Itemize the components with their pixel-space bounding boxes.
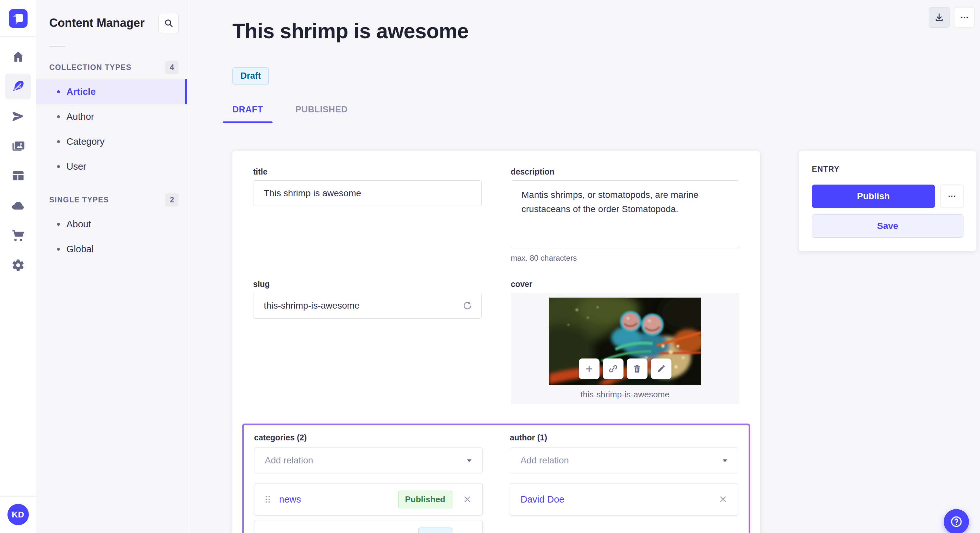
refresh-icon	[462, 300, 473, 312]
images-icon	[11, 139, 25, 153]
strapi-logo[interactable]	[9, 9, 27, 28]
relation-status-badge: Draft	[418, 528, 452, 533]
ellipsis-icon	[947, 191, 957, 201]
author-add-relation-select[interactable]: Add relation	[510, 447, 738, 473]
home-nav-button[interactable]	[5, 44, 31, 70]
description-field-label: description	[511, 167, 739, 176]
bullet-icon	[57, 223, 60, 226]
description-textarea[interactable]: Mantis shrimps, or stomatopods, are mari…	[511, 180, 739, 248]
relation-link-author[interactable]: David Doe	[520, 494, 564, 505]
title-field-group: title	[253, 167, 482, 263]
sidebar-item-label: Category	[67, 136, 105, 147]
user-avatar[interactable]: KD	[8, 504, 29, 525]
author-field-label: author (1)	[510, 433, 738, 443]
cloud-icon	[11, 199, 25, 213]
strapi-logo-icon	[9, 9, 27, 28]
content-type-builder-nav-button[interactable]	[5, 163, 31, 189]
remove-relation-button[interactable]	[716, 493, 730, 506]
entry-panel: ENTRY Publish Save	[799, 151, 977, 251]
content-manager-nav-button[interactable]	[5, 73, 31, 99]
trash-icon	[632, 364, 642, 374]
save-button[interactable]: Save	[812, 214, 964, 238]
copy-link-button[interactable]	[603, 359, 624, 379]
header-actions	[929, 7, 975, 28]
edit-asset-button[interactable]	[651, 359, 671, 379]
relation-status-badge: Published	[398, 490, 452, 508]
entry-more-options-button[interactable]	[940, 185, 964, 208]
cover-field-label: cover	[511, 279, 739, 289]
relations-section: categories (2) Add relation	[242, 424, 750, 533]
close-icon	[463, 531, 472, 533]
media-library-nav-button[interactable]	[5, 133, 31, 159]
nav-divider	[0, 36, 36, 36]
main-nav-sidebar: KD	[0, 0, 36, 533]
slug-input[interactable]	[253, 293, 482, 319]
delete-asset-button[interactable]	[627, 359, 648, 379]
cover-panel: this-shrimp-is-awesome	[511, 293, 739, 404]
entry-panel-title: ENTRY	[812, 165, 964, 174]
chevron-down-icon	[465, 456, 474, 465]
sidebar-item-article[interactable]: Article	[36, 79, 187, 104]
sidebar-item-user[interactable]: User	[36, 154, 187, 179]
subnav-divider	[49, 46, 65, 47]
sidebar-item-author[interactable]: Author	[36, 104, 187, 129]
marketplace-nav-button[interactable]	[5, 222, 31, 248]
gear-icon	[11, 259, 25, 272]
relation-row-news: news Published	[254, 483, 482, 516]
link-icon	[608, 364, 618, 374]
add-asset-button[interactable]	[579, 359, 600, 379]
drag-handle-icon[interactable]	[262, 531, 273, 533]
subnav-title: Content Manager	[49, 16, 145, 30]
remove-relation-button[interactable]	[461, 493, 474, 506]
author-select-placeholder: Add relation	[520, 455, 569, 466]
sidebar-item-label: Global	[67, 244, 94, 254]
tab-published[interactable]: PUBLISHED	[285, 105, 357, 123]
title-input[interactable]	[253, 180, 482, 206]
sidebar-item-label: About	[67, 219, 91, 230]
title-field-label: title	[253, 167, 482, 176]
categories-column: categories (2) Add relation	[254, 433, 482, 533]
author-column: author (1) Add relation David Doe	[510, 433, 738, 516]
relation-row-author: David Doe	[510, 483, 738, 516]
download-button[interactable]	[929, 7, 950, 28]
help-button[interactable]	[944, 509, 969, 533]
regenerate-slug-button[interactable]	[460, 298, 474, 313]
categories-field-label: categories (2)	[254, 433, 482, 443]
bullet-icon	[57, 248, 60, 251]
remove-relation-button[interactable]	[461, 530, 474, 533]
relation-row-nature: nature Draft	[254, 520, 482, 533]
nav-bottom: KD	[0, 488, 36, 533]
page-title: This shrimp is awesome	[232, 20, 980, 43]
download-icon	[934, 12, 944, 23]
cart-icon	[11, 228, 25, 242]
sidebar-item-label: Author	[67, 111, 94, 122]
cover-field-group: cover	[511, 279, 739, 404]
ellipsis-icon	[959, 12, 970, 23]
tab-draft[interactable]: DRAFT	[223, 105, 272, 123]
drag-handle-icon[interactable]	[262, 494, 273, 505]
home-icon	[11, 50, 25, 63]
slug-field-label: slug	[253, 279, 482, 289]
releases-nav-button[interactable]	[5, 103, 31, 129]
relation-link-nature[interactable]: nature	[279, 531, 305, 533]
search-button[interactable]	[159, 13, 178, 33]
description-field-group: description Mantis shrimps, or stomatopo…	[511, 167, 739, 263]
sidebar-item-category[interactable]: Category	[36, 129, 187, 154]
collection-types-label: COLLECTION TYPES	[49, 63, 132, 72]
app-window: KD Content Manager COLLECTION TYPES 4 Ar…	[0, 0, 980, 533]
more-options-button[interactable]	[954, 7, 975, 28]
settings-nav-button[interactable]	[5, 252, 31, 278]
collection-types-count: 4	[165, 61, 178, 74]
deploy-nav-button[interactable]	[5, 193, 31, 219]
publish-button[interactable]: Publish	[812, 185, 935, 208]
bullet-icon	[57, 140, 60, 143]
status-badge: Draft	[232, 67, 269, 84]
sidebar-item-about[interactable]: About	[36, 212, 187, 237]
nav-bottom-divider	[0, 497, 36, 497]
relation-link-news[interactable]: news	[279, 494, 301, 505]
sidebar-item-global[interactable]: Global	[36, 237, 187, 262]
search-icon	[164, 18, 173, 28]
slug-field-group: slug	[253, 279, 482, 404]
description-helper-text: max. 80 characters	[511, 254, 739, 263]
categories-add-relation-select[interactable]: Add relation	[254, 447, 482, 473]
